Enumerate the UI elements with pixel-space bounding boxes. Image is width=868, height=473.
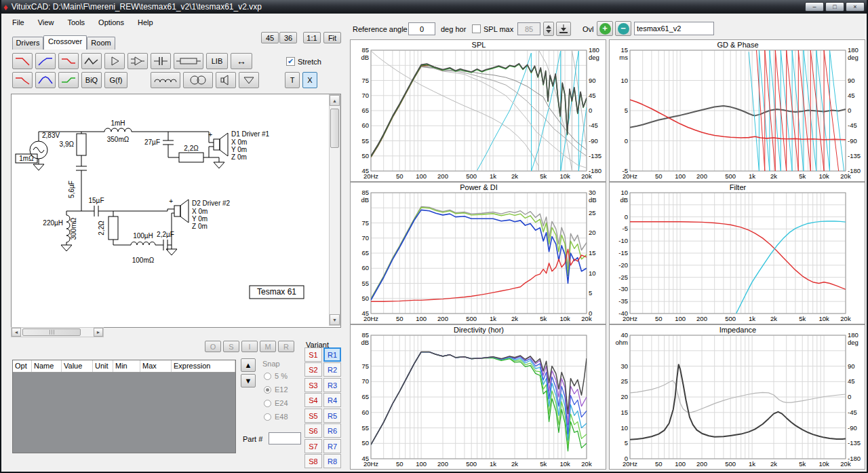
t-mode-button[interactable]: T (285, 72, 300, 88)
svg-text:500: 500 (725, 460, 736, 468)
svg-text:-45: -45 (848, 409, 857, 416)
variant-r2-button[interactable]: R2 (323, 362, 341, 377)
shelf2-block-button[interactable] (58, 72, 79, 88)
view-1-1-button[interactable]: 1:1 (303, 32, 321, 43)
shelf-curve-icon (60, 56, 77, 67)
minimize-button[interactable]: – (805, 2, 824, 12)
resistor-button[interactable] (174, 53, 203, 69)
tab-drivers[interactable]: Drivers (12, 37, 43, 50)
spl-max-checkbox[interactable] (472, 24, 481, 33)
spl-max-spinner[interactable] (543, 22, 554, 36)
svg-text:Power & DI: Power & DI (460, 183, 498, 191)
variant-r7-button[interactable]: R7 (323, 439, 341, 453)
ground-button[interactable] (239, 72, 259, 88)
vscroll-thumb[interactable] (330, 109, 339, 148)
svg-text:60: 60 (361, 264, 369, 271)
hscroll-thumb[interactable] (22, 328, 81, 336)
svg-text:10k: 10k (818, 172, 829, 180)
variant-s7-button[interactable]: S7 (304, 439, 322, 453)
svg-text:Impedance: Impedance (719, 326, 756, 334)
part-number-input[interactable] (269, 432, 301, 444)
svg-text:0: 0 (589, 309, 592, 317)
stretch-arrow-button[interactable]: ↔ (231, 53, 252, 69)
optimizer-s-button[interactable]: S (223, 341, 239, 352)
menu-options[interactable]: Options (92, 16, 131, 29)
optimizer-m-button[interactable]: M (260, 341, 276, 352)
transformer-button[interactable] (183, 72, 213, 88)
reference-angle-input[interactable] (408, 22, 435, 35)
svg-text:90: 90 (589, 77, 596, 84)
scroll-up-icon[interactable]: ▲ (330, 95, 340, 106)
highpass-block-button[interactable] (35, 53, 56, 69)
variant-name-input[interactable] (634, 22, 714, 35)
snap-option-5pct[interactable]: 5 % (264, 372, 288, 380)
close-button[interactable]: × (846, 2, 865, 12)
lowpass-block-button[interactable] (12, 53, 33, 69)
overlay-remove-button[interactable]: − (615, 21, 631, 36)
d2-y-label: Y 0m (192, 215, 208, 223)
radio-e24-icon (264, 400, 271, 407)
view-36-button[interactable]: 36 (279, 32, 297, 43)
x-mode-button[interactable]: X (302, 72, 317, 88)
variant-s5-button[interactable]: S5 (304, 409, 322, 423)
menu-help[interactable]: Help (131, 16, 160, 29)
view-45-button[interactable]: 45 (261, 32, 279, 43)
inductor-button[interactable] (151, 72, 180, 88)
view-fit-button[interactable]: Fit (323, 32, 341, 43)
maximize-button[interactable]: □ (825, 2, 844, 12)
gain-function-button[interactable]: G(f) (104, 72, 127, 88)
free-curve-block-button[interactable] (81, 53, 102, 69)
menu-file[interactable]: File (5, 16, 31, 29)
shelf-block-button[interactable] (58, 53, 79, 69)
variant-r1-button[interactable]: R1 (323, 347, 341, 362)
move-down-button[interactable]: ▼ (241, 374, 256, 387)
variant-s2-button[interactable]: S2 (304, 362, 322, 377)
menu-view[interactable]: View (31, 16, 61, 29)
variant-r6-button[interactable]: R6 (323, 423, 341, 438)
snap-option-e24[interactable]: E24 (264, 399, 288, 407)
optimizer-r-button[interactable]: R (278, 341, 294, 352)
capacitor-button[interactable] (151, 53, 171, 69)
col-unit: Unit (93, 360, 113, 372)
variant-s4-button[interactable]: S4 (304, 393, 322, 407)
variant-s3-button[interactable]: S3 (304, 378, 322, 392)
snap-option-e12[interactable]: E12 (264, 385, 288, 394)
variant-s8-button[interactable]: S8 (304, 454, 322, 468)
optimizer-o-button[interactable]: O (205, 341, 221, 352)
scroll-left-icon[interactable]: ◄ (12, 328, 21, 337)
buffer-block-button[interactable] (104, 53, 125, 69)
lowpass2-block-button[interactable] (12, 72, 33, 88)
move-up-button[interactable]: ▲ (241, 358, 256, 372)
opamp-block-button[interactable] (127, 53, 148, 69)
svg-text:60: 60 (361, 121, 369, 129)
optimizer-i-button[interactable]: I (241, 341, 258, 352)
biquad-button[interactable]: BiQ (81, 72, 102, 88)
variant-s1-button[interactable]: S1 (304, 347, 322, 362)
speaker-button[interactable] (216, 72, 236, 88)
overlay-add-button[interactable]: + (597, 21, 613, 36)
schematic-hscrollbar[interactable]: ◄ ► (11, 327, 104, 337)
svg-text:10: 10 (620, 77, 628, 84)
scroll-down-icon[interactable]: ▼ (330, 314, 340, 325)
svg-text:-5: -5 (623, 167, 628, 174)
library-button[interactable]: LIB (206, 53, 228, 69)
peak-block-button[interactable] (35, 72, 56, 88)
schematic-vscrollbar[interactable]: ▲ ▼ (329, 94, 340, 326)
tab-crossover[interactable]: Crossover (43, 35, 87, 50)
snap-option-e48[interactable]: E48 (264, 413, 288, 421)
variant-r4-button[interactable]: R4 (323, 393, 341, 407)
variant-s6-button[interactable]: S6 (304, 423, 322, 438)
menu-tools[interactable]: Tools (60, 16, 92, 29)
scroll-right-icon[interactable]: ► (94, 328, 103, 337)
tab-room[interactable]: Room (87, 37, 115, 50)
stretch-checkbox[interactable]: ✔ (286, 57, 295, 66)
l2-res-label: 300mΩ (70, 217, 77, 240)
r3-label: 2,2Ω (98, 221, 105, 235)
spl-max-input[interactable] (517, 22, 540, 35)
variant-r8-button[interactable]: R8 (323, 454, 341, 468)
component-table[interactable]: Opt Name Value Unit Min Max Expression (12, 360, 236, 453)
normalize-button[interactable] (556, 22, 571, 36)
variant-r5-button[interactable]: R5 (323, 409, 341, 423)
schematic-canvas[interactable]: 2,83V 1mΩ 3,9Ω 1mH 350mΩ 27µF 2,2Ω 5,6µF… (11, 94, 341, 328)
variant-r3-button[interactable]: R3 (323, 378, 341, 392)
